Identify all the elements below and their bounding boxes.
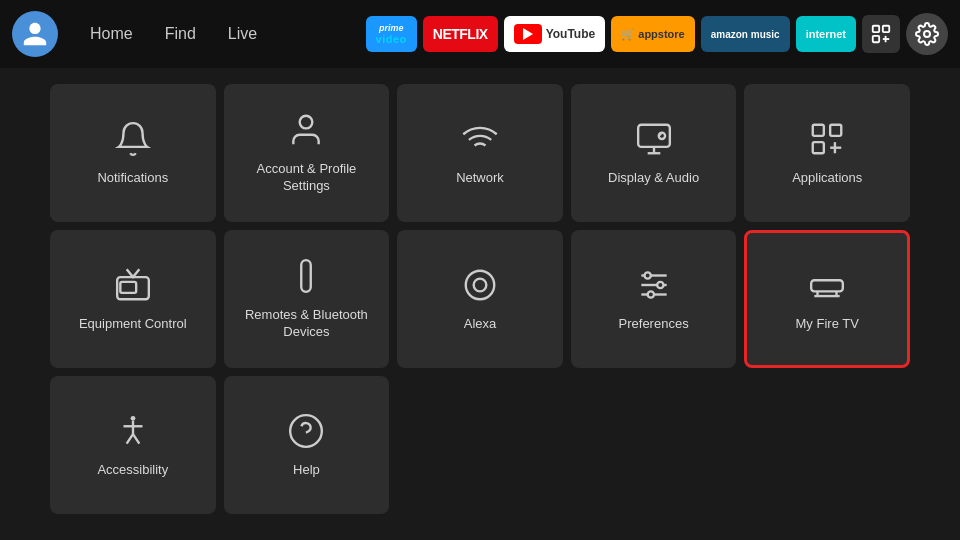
svg-point-5 (924, 31, 930, 37)
svg-rect-1 (883, 26, 889, 32)
grid-item-help[interactable]: Help (224, 376, 390, 514)
grid-item-display-audio[interactable]: Display & Audio (571, 84, 737, 222)
grid-item-equipment-control[interactable]: Equipment Control (50, 230, 216, 368)
notifications-label: Notifications (97, 170, 168, 187)
settings-button[interactable] (906, 13, 948, 55)
equipment-control-label: Equipment Control (79, 316, 187, 333)
display-audio-label: Display & Audio (608, 170, 699, 187)
svg-point-33 (644, 272, 650, 278)
my-fire-tv-label: My Fire TV (796, 316, 859, 333)
alexa-label: Alexa (464, 316, 497, 333)
grid-item-accessibility[interactable]: Accessibility (50, 376, 216, 514)
sliders-icon (635, 266, 673, 304)
help-label: Help (293, 462, 320, 479)
internet-button[interactable]: internet (796, 16, 856, 52)
svg-rect-36 (811, 280, 843, 291)
avatar[interactable] (12, 11, 58, 57)
svg-point-29 (474, 278, 487, 291)
svg-rect-13 (813, 142, 824, 153)
amazon-music-button[interactable]: amazon music (701, 16, 790, 52)
svg-rect-23 (302, 260, 312, 292)
firetv-icon (808, 266, 846, 304)
display-icon (635, 120, 673, 158)
grid-icon-button[interactable] (862, 15, 900, 53)
youtube-icon (514, 24, 542, 44)
app-buttons: prime video NETFLIX YouTube 🛒 appstore a… (366, 13, 948, 55)
applications-label: Applications (792, 170, 862, 187)
svg-rect-0 (873, 26, 879, 32)
grid-item-alexa[interactable]: Alexa (397, 230, 563, 368)
grid-item-network[interactable]: Network (397, 84, 563, 222)
settings-grid: Notifications Account & Profile Settings… (0, 72, 960, 526)
svg-point-34 (657, 281, 663, 287)
accessibility-icon (114, 412, 152, 450)
grid-item-my-fire-tv[interactable]: My Fire TV (744, 230, 910, 368)
svg-point-6 (300, 116, 313, 129)
prime-video-button[interactable]: prime video (366, 16, 417, 52)
grid-item-preferences[interactable]: Preferences (571, 230, 737, 368)
remotes-bluetooth-label: Remotes & Bluetooth Devices (232, 307, 382, 341)
grid-item-remotes-bluetooth[interactable]: Remotes & Bluetooth Devices (224, 230, 390, 368)
svg-line-44 (133, 434, 139, 444)
appstore-button[interactable]: 🛒 appstore (611, 16, 695, 52)
nav-links: Home Find Live (76, 19, 271, 49)
svg-point-28 (466, 270, 495, 299)
alexa-icon (461, 266, 499, 304)
svg-rect-12 (830, 124, 841, 135)
topbar: Home Find Live prime video NETFLIX YouTu… (0, 0, 960, 68)
wifi-icon (461, 120, 499, 158)
svg-point-45 (291, 415, 323, 447)
svg-rect-19 (120, 281, 136, 292)
grid-item-applications[interactable]: Applications (744, 84, 910, 222)
help-icon (287, 412, 325, 450)
apps-icon (808, 120, 846, 158)
svg-point-40 (130, 416, 135, 421)
svg-rect-16 (117, 277, 149, 299)
bell-icon (114, 120, 152, 158)
grid-item-account-profile[interactable]: Account & Profile Settings (224, 84, 390, 222)
nav-home[interactable]: Home (76, 19, 147, 49)
svg-point-35 (647, 291, 653, 297)
nav-live[interactable]: Live (214, 19, 271, 49)
svg-line-43 (126, 434, 132, 444)
network-label: Network (456, 170, 504, 187)
person-icon (287, 111, 325, 149)
svg-rect-2 (873, 36, 879, 42)
account-profile-label: Account & Profile Settings (232, 161, 382, 195)
nav-find[interactable]: Find (151, 19, 210, 49)
preferences-label: Preferences (619, 316, 689, 333)
youtube-button[interactable]: YouTube (504, 16, 606, 52)
netflix-button[interactable]: NETFLIX (423, 16, 498, 52)
grid-item-notifications[interactable]: Notifications (50, 84, 216, 222)
accessibility-label: Accessibility (97, 462, 168, 479)
svg-rect-11 (813, 124, 824, 135)
tv-icon (114, 266, 152, 304)
remote-icon (287, 257, 325, 295)
